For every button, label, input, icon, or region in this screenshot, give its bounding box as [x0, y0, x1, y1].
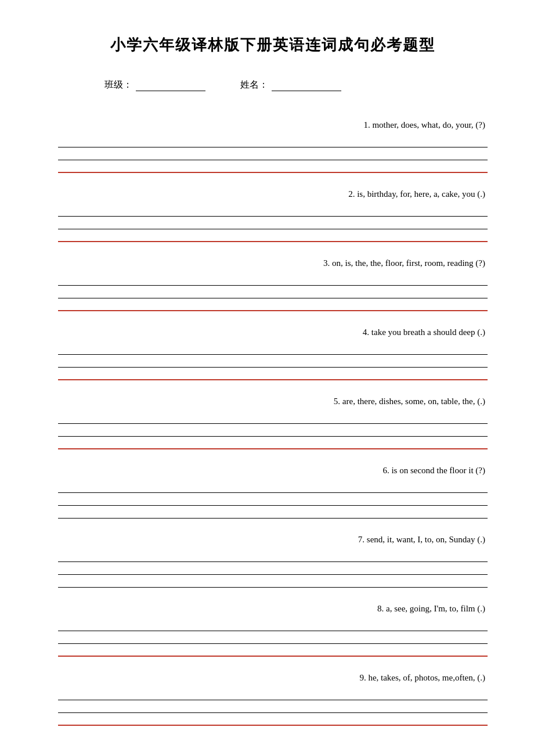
answer-line-red-8 — [58, 644, 488, 657]
answer-line-black-6b — [58, 493, 488, 506]
answer-line-black-1a — [58, 135, 488, 147]
answer-line-black-4b — [58, 355, 488, 368]
answer-line-black-2b — [58, 217, 488, 229]
class-field: 班级： — [104, 78, 205, 91]
answer-lines-1 — [58, 135, 488, 173]
answer-line-black-6c — [58, 506, 488, 519]
question-block-6: 6. is on second the floor it (?) — [58, 466, 488, 519]
answer-line-red-1 — [58, 160, 488, 173]
question-text-5: 5. are, there, dishes, some, on, table, … — [58, 397, 488, 406]
question-text-2: 2. is, birthday, for, here, a, cake, you… — [58, 189, 488, 199]
questions-section: 1. mother, does, what, do, your, (?) 2. … — [58, 120, 488, 742]
answer-line-black-8b — [58, 631, 488, 644]
form-row: 班级： 姓名： — [58, 78, 488, 91]
question-text-6: 6. is on second the floor it (?) — [58, 466, 488, 476]
answer-line-black-3a — [58, 273, 488, 286]
page-title: 小学六年级译林版下册英语连词成句必考题型 — [58, 35, 488, 55]
answer-lines-9 — [58, 687, 488, 726]
answer-line-black-7c — [58, 575, 488, 588]
answer-line-black-2a — [58, 204, 488, 217]
answer-line-black-6a — [58, 480, 488, 493]
answer-lines-5 — [58, 411, 488, 449]
question-text-7: 7. send, it, want, I, to, on, Sunday (.) — [58, 535, 488, 545]
question-block-7: 7. send, it, want, I, to, on, Sunday (.) — [58, 535, 488, 588]
answer-lines-7 — [58, 549, 488, 588]
answer-lines-2 — [58, 204, 488, 242]
name-field: 姓名： — [240, 78, 341, 91]
answer-line-black-5a — [58, 411, 488, 424]
answer-line-red-4 — [58, 368, 488, 380]
answer-lines-8 — [58, 618, 488, 657]
question-text-3: 3. on, is, the, the, floor, first, room,… — [58, 258, 488, 268]
answer-line-black-7a — [58, 549, 488, 562]
answer-lines-6 — [58, 480, 488, 519]
question-block-8: 8. a, see, going, I'm, to, film (.) — [58, 604, 488, 657]
question-block-4: 4. take you breath a should deep (.) — [58, 327, 488, 380]
question-block-1: 1. mother, does, what, do, your, (?) — [58, 120, 488, 173]
answer-line-black-9a — [58, 687, 488, 700]
answer-line-black-1b — [58, 147, 488, 160]
question-text-9: 9. he, takes, of, photos, me,often, (.) — [58, 673, 488, 683]
answer-line-red-5 — [58, 437, 488, 449]
class-input[interactable] — [136, 78, 205, 91]
answer-line-black-8a — [58, 618, 488, 631]
answer-line-red-3 — [58, 298, 488, 311]
question-block-2: 2. is, birthday, for, here, a, cake, you… — [58, 189, 488, 242]
question-text-4: 4. take you breath a should deep (.) — [58, 327, 488, 337]
answer-lines-4 — [58, 342, 488, 380]
question-block-3: 3. on, is, the, the, floor, first, room,… — [58, 258, 488, 311]
answer-line-black-9b — [58, 700, 488, 713]
answer-line-red-9 — [58, 713, 488, 726]
answer-line-black-4a — [58, 342, 488, 355]
question-text-8: 8. a, see, going, I'm, to, film (.) — [58, 604, 488, 614]
name-input[interactable] — [272, 78, 341, 91]
question-block-9: 9. he, takes, of, photos, me,often, (.) — [58, 673, 488, 726]
question-block-5: 5. are, there, dishes, some, on, table, … — [58, 397, 488, 449]
answer-lines-3 — [58, 273, 488, 311]
answer-line-black-5b — [58, 424, 488, 437]
question-text-1: 1. mother, does, what, do, your, (?) — [58, 120, 488, 130]
answer-line-black-3b — [58, 286, 488, 298]
class-label: 班级： — [104, 79, 132, 91]
answer-line-black-7b — [58, 562, 488, 575]
answer-line-red-2 — [58, 229, 488, 242]
name-label: 姓名： — [240, 79, 268, 91]
